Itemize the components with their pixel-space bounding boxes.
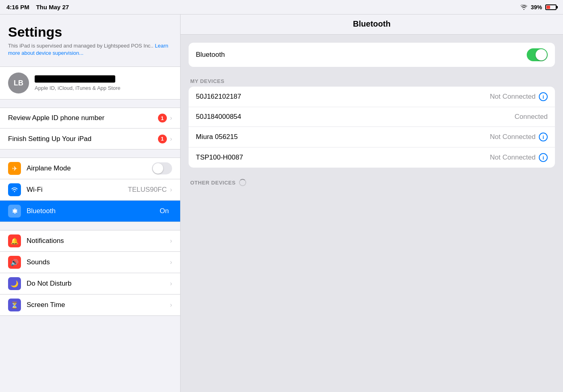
device-row-3[interactable]: Miura 056215 Not Connected i [189,127,555,147]
device-row-1[interactable]: 50J162102187 Not Connected i [189,87,555,107]
airplane-toggle[interactable] [152,162,172,174]
chevron-icon: › [170,280,172,287]
status-date: Thu May 27 [36,4,69,10]
sidebar: Settings This iPad is supervised and man… [0,15,181,392]
main-layout: Settings This iPad is supervised and man… [0,15,563,392]
chevron-icon: › [170,259,172,266]
device-status-1: Not Connected [490,93,536,101]
device-status-3: Not Connected [490,133,536,141]
airplane-icon: ✈ [8,162,21,175]
device-info-btn-4[interactable]: i [539,153,548,162]
right-title: Bluetooth [353,19,391,28]
other-settings-section: 🔔 Notifications › 🔊 Sounds › 🌙 Do Not Di… [0,230,180,316]
device-name-1: 50J162102187 [196,93,490,101]
status-bar: 4:16 PM Thu May 27 39% [0,0,563,15]
review-apple-id-item[interactable]: Review Apple ID phone number 1 › [0,108,180,129]
section-gap-1 [0,149,180,158]
device-status-2: Connected [515,113,548,121]
right-content: Bluetooth MY DEVICES 50J162102187 Not Co… [181,35,563,197]
notifications-icon: 🔔 [8,234,21,247]
sidebar-item-airplane[interactable]: ✈ Airplane Mode [0,158,180,179]
bluetooth-value: On [160,207,169,215]
scanning-spinner [239,179,246,186]
chevron-icon: › [170,114,172,122]
account-row[interactable]: LB Apple ID, iCloud, iTunes & App Store [0,66,180,100]
my-devices-card: 50J162102187 Not Connected i 50J18400085… [189,87,555,168]
other-devices-label: OTHER DEVICES [190,180,236,186]
bluetooth-icon: ✱ [8,205,21,218]
status-indicators: 39% [520,4,557,10]
my-devices-section-label: MY DEVICES [189,75,555,87]
sidebar-item-dnd[interactable]: 🌙 Do Not Disturb › [0,273,180,295]
finish-setup-badge: 1 [158,135,167,143]
status-time: 4:16 PM [6,4,29,10]
chevron-icon: › [170,186,172,193]
chevron-icon: › [170,237,172,245]
screen-time-icon: ⏳ [8,299,21,311]
bluetooth-card-label: Bluetooth [196,51,527,59]
account-info: Apple ID, iCloud, iTunes & App Store [35,75,172,91]
battery-icon [545,4,557,10]
bluetooth-toggle[interactable] [527,48,548,61]
sidebar-item-screen-time[interactable]: ⏳ Screen Time › [0,295,180,316]
device-name-3: Miura 056215 [196,133,490,141]
screen-time-label: Screen Time [27,301,170,309]
sidebar-item-sounds[interactable]: 🔊 Sounds › [0,252,180,273]
wifi-icon [520,4,528,10]
wifi-label: Wi-Fi [27,186,128,194]
avatar: LB [8,73,29,93]
battery-fill [546,6,550,9]
alerts-section: Review Apple ID phone number 1 › Finish … [0,108,180,149]
status-time-date: 4:16 PM Thu May 27 [6,4,69,10]
device-info-btn-3[interactable]: i [539,133,548,141]
wifi-settings-icon [8,183,21,196]
account-name-redacted [35,75,115,83]
connectivity-section: ✈ Airplane Mode Wi-Fi TELUS90FC › [0,158,180,222]
bluetooth-label: Bluetooth [27,207,160,215]
sidebar-item-notifications[interactable]: 🔔 Notifications › [0,230,180,252]
right-panel: Bluetooth Bluetooth MY DEVICES 50J162102… [181,15,563,392]
dnd-icon: 🌙 [8,277,21,290]
account-subtitle: Apple ID, iCloud, iTunes & App Store [35,85,172,91]
bluetooth-toggle-card: Bluetooth [189,43,555,67]
device-row-2[interactable]: 50J184000854 Connected [189,107,555,127]
wifi-value: TELUS90FC [128,186,166,194]
sounds-label: Sounds [27,258,170,266]
bluetooth-toggle-row: Bluetooth [189,43,555,67]
review-apple-id-label: Review Apple ID phone number [8,114,158,122]
sidebar-item-wifi[interactable]: Wi-Fi TELUS90FC › [0,179,180,201]
finish-setup-label: Finish Setting Up Your iPad [8,135,158,143]
section-gap-2 [0,222,180,230]
dnd-label: Do Not Disturb [27,280,170,288]
notifications-label: Notifications [27,237,170,245]
other-devices-section: OTHER DEVICES [189,176,555,189]
device-status-4: Not Connected [490,153,536,162]
sidebar-title: Settings [8,24,172,40]
sidebar-header: Settings This iPad is supervised and man… [0,15,180,60]
sounds-icon: 🔊 [8,256,21,269]
battery-indicator [545,4,557,10]
battery-percent: 39% [531,4,542,10]
airplane-label: Airplane Mode [27,164,152,172]
device-info-btn-1[interactable]: i [539,92,548,101]
sidebar-item-bluetooth[interactable]: ✱ Bluetooth On [0,201,180,222]
finish-setup-item[interactable]: Finish Setting Up Your iPad 1 › [0,129,180,149]
chevron-icon: › [170,301,172,309]
device-row-4[interactable]: TSP100-H0087 Not Connected i [189,147,555,168]
device-name-2: 50J184000854 [196,113,515,121]
device-name-4: TSP100-H0087 [196,153,490,162]
review-apple-id-badge: 1 [158,114,167,122]
supervision-text: This iPad is supervised and managed by L… [8,42,172,57]
chevron-icon: › [170,135,172,143]
right-header: Bluetooth [181,15,563,35]
